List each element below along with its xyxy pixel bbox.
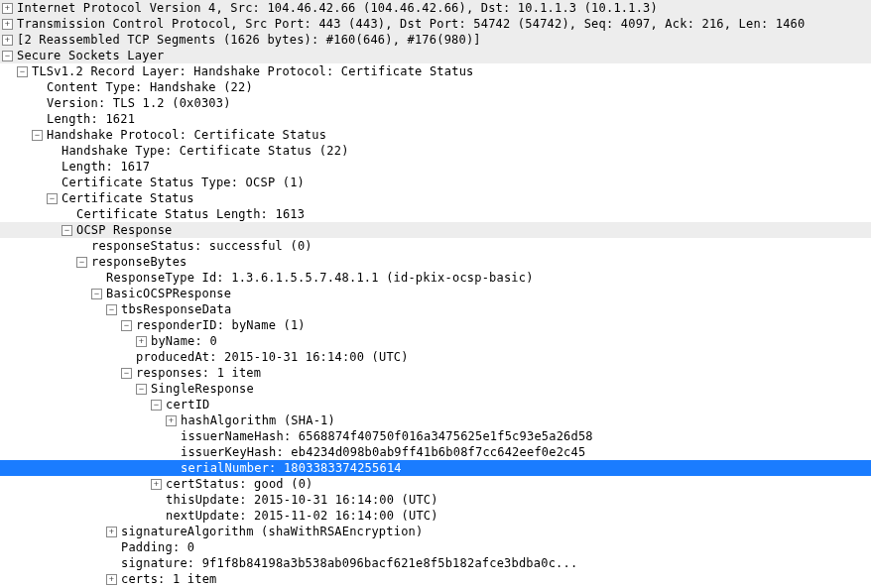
row-cert-status-g[interactable]: certStatus: good (0) [0, 476, 871, 492]
row-label: responderID: byName (1) [136, 317, 306, 333]
row-basic-ocsp[interactable]: BasicOCSPResponse [0, 286, 871, 301]
row-label: tbsResponseData [121, 301, 231, 317]
row-label: byName: 0 [151, 333, 217, 349]
row-label: nextUpdate: 2015-11-02 16:14:00 (UTC) [166, 508, 438, 524]
row-hash-alg[interactable]: hashAlgorithm (SHA-1) [0, 412, 871, 428]
collapse-icon[interactable] [76, 257, 87, 268]
row-label: responseBytes [91, 254, 187, 270]
row-ocsp[interactable]: OCSP Response [0, 222, 871, 238]
row-issuer-name: issuerNameHash: 6568874f40750f016a347562… [0, 428, 871, 444]
row-resp-status: responseStatus: successful (0) [0, 238, 871, 254]
row-label: issuerNameHash: 6568874f40750f016a347562… [181, 428, 593, 444]
row-ip[interactable]: Internet Protocol Version 4, Src: 104.46… [0, 0, 871, 16]
expand-icon[interactable] [2, 35, 13, 46]
row-length-2: Length: 1617 [0, 159, 871, 175]
row-ssl[interactable]: Secure Sockets Layer [0, 48, 871, 63]
row-cert-status[interactable]: Certificate Status [0, 190, 871, 206]
row-cert-stat-type: Certificate Status Type: OCSP (1) [0, 175, 871, 190]
row-signature: signature: 9f1f8b84198a3b538ab096bacf621… [0, 555, 871, 571]
row-cert-stat-len: Certificate Status Length: 1613 [0, 206, 871, 222]
row-label: [2 Reassembled TCP Segments (1626 bytes)… [17, 32, 481, 48]
row-padding: Padding: 0 [0, 539, 871, 555]
row-resp-type-id: ResponseType Id: 1.3.6.1.5.5.7.48.1.1 (i… [0, 270, 871, 286]
row-sig-alg[interactable]: signatureAlgorithm (shaWithRSAEncryption… [0, 524, 871, 539]
row-tbs[interactable]: tbsResponseData [0, 301, 871, 317]
collapse-icon[interactable] [121, 368, 132, 379]
row-label: SingleResponse [151, 381, 254, 397]
row-label: Length: 1617 [62, 159, 150, 175]
row-certs[interactable]: certs: 1 item [0, 571, 871, 587]
expand-icon[interactable] [106, 527, 117, 537]
row-label: Transmission Control Protocol, Src Port:… [17, 16, 805, 32]
row-record-layer[interactable]: TLSv1.2 Record Layer: Handshake Protocol… [0, 63, 871, 79]
row-label: Handshake Protocol: Certificate Status [47, 127, 326, 143]
row-label: Certificate Status Type: OCSP (1) [62, 175, 305, 190]
row-label: certStatus: good (0) [166, 476, 313, 492]
row-single-resp[interactable]: SingleResponse [0, 381, 871, 397]
row-length-1: Length: 1621 [0, 111, 871, 127]
collapse-icon[interactable] [121, 320, 132, 331]
row-responses[interactable]: responses: 1 item [0, 365, 871, 381]
row-label: Handshake Type: Certificate Status (22) [62, 143, 349, 159]
row-label: Secure Sockets Layer [17, 48, 165, 63]
row-label: Certificate Status Length: 1613 [76, 206, 305, 222]
row-content-type: Content Type: Handshake (22) [0, 79, 871, 95]
row-this-update: thisUpdate: 2015-10-31 16:14:00 (UTC) [0, 492, 871, 508]
collapse-icon[interactable] [2, 51, 13, 61]
row-label: Version: TLS 1.2 (0x0303) [47, 95, 231, 111]
row-handshake[interactable]: Handshake Protocol: Certificate Status [0, 127, 871, 143]
row-version: Version: TLS 1.2 (0x0303) [0, 95, 871, 111]
collapse-icon[interactable] [136, 384, 147, 395]
row-label: OCSP Response [76, 222, 173, 238]
expand-icon[interactable] [2, 3, 13, 14]
expand-icon[interactable] [151, 479, 162, 490]
row-label: ResponseType Id: 1.3.6.1.5.5.7.48.1.1 (i… [106, 270, 534, 286]
collapse-icon[interactable] [47, 193, 58, 204]
row-certid[interactable]: certID [0, 397, 871, 412]
row-label: thisUpdate: 2015-10-31 16:14:00 (UTC) [166, 492, 438, 508]
row-label: producedAt: 2015-10-31 16:14:00 (UTC) [136, 349, 409, 365]
collapse-icon[interactable] [62, 225, 72, 236]
row-label: BasicOCSPResponse [106, 286, 231, 301]
collapse-icon[interactable] [17, 66, 28, 77]
expand-icon[interactable] [2, 19, 13, 30]
collapse-icon[interactable] [32, 130, 43, 141]
expand-icon[interactable] [106, 574, 117, 585]
row-label: Internet Protocol Version 4, Src: 104.46… [17, 0, 658, 16]
row-produced-at: producedAt: 2015-10-31 16:14:00 (UTC) [0, 349, 871, 365]
row-next-update: nextUpdate: 2015-11-02 16:14:00 (UTC) [0, 508, 871, 524]
row-resp-bytes[interactable]: responseBytes [0, 254, 871, 270]
packet-tree[interactable]: Internet Protocol Version 4, Src: 104.46… [0, 0, 871, 587]
collapse-icon[interactable] [106, 304, 117, 315]
row-label: hashAlgorithm (SHA-1) [181, 412, 335, 428]
row-byname[interactable]: byName: 0 [0, 333, 871, 349]
collapse-icon[interactable] [151, 400, 162, 411]
row-label: Padding: 0 [121, 539, 194, 555]
row-tcp[interactable]: Transmission Control Protocol, Src Port:… [0, 16, 871, 32]
row-label: responses: 1 item [136, 365, 261, 381]
row-responder-id[interactable]: responderID: byName (1) [0, 317, 871, 333]
expand-icon[interactable] [166, 415, 177, 426]
row-label: issuerKeyHash: eb4234d098b0ab9ff41b6b08f… [181, 444, 585, 460]
row-reassembled[interactable]: [2 Reassembled TCP Segments (1626 bytes)… [0, 32, 871, 48]
expand-icon[interactable] [136, 336, 147, 347]
collapse-icon[interactable] [91, 289, 102, 299]
row-label: certID [166, 397, 210, 412]
row-label: signatureAlgorithm (shaWithRSAEncryption… [121, 524, 423, 539]
row-label: certs: 1 item [121, 571, 217, 587]
row-label: TLSv1.2 Record Layer: Handshake Protocol… [32, 63, 473, 79]
row-issuer-key: issuerKeyHash: eb4234d098b0ab9ff41b6b08f… [0, 444, 871, 460]
row-label: serialNumber: 1803383374255614 [181, 460, 402, 476]
row-serial-number[interactable]: serialNumber: 1803383374255614 [0, 460, 871, 476]
row-label: responseStatus: successful (0) [91, 238, 312, 254]
row-label: Certificate Status [62, 190, 194, 206]
row-hs-type: Handshake Type: Certificate Status (22) [0, 143, 871, 159]
row-label: signature: 9f1f8b84198a3b538ab096bacf621… [121, 555, 577, 571]
row-label: Content Type: Handshake (22) [47, 79, 253, 95]
row-label: Length: 1621 [47, 111, 135, 127]
